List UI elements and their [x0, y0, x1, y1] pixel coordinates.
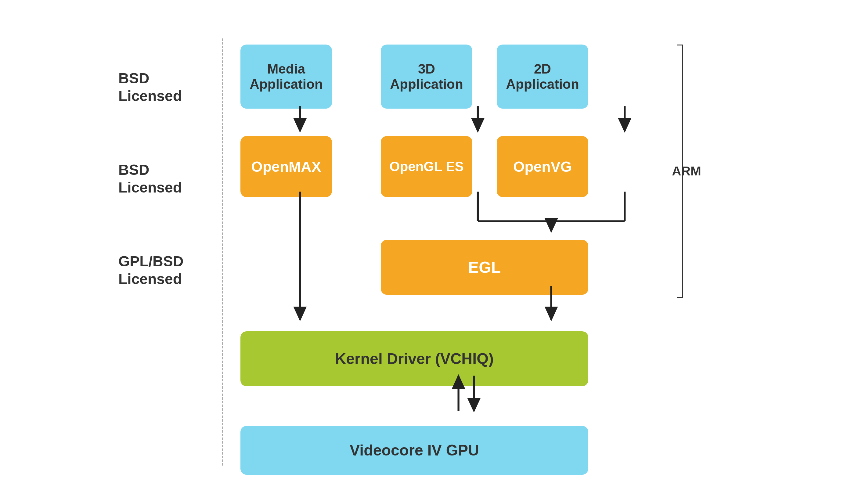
videocore-box: Videocore IV GPU: [240, 426, 588, 475]
arm-bracket: ARM: [677, 44, 701, 298]
egl-box: EGL: [381, 240, 588, 295]
kernel-driver-box: Kernel Driver (VCHIQ): [240, 331, 588, 386]
gpl-bsd-licensed-label: GPL/BSDLicensed: [119, 253, 183, 288]
main-diagram-area: Media Application 3D Application 2D Appl…: [234, 38, 698, 466]
bsd-licensed-label-1: BSD Licensed: [119, 70, 216, 105]
left-labels: BSD Licensed BSD Licensed GPL/BSDLicense…: [119, 38, 216, 466]
diagram-container: BSD Licensed BSD Licensed GPL/BSDLicense…: [57, 23, 790, 481]
2d-application-box: 2D Application: [497, 44, 588, 109]
3d-application-box: 3D Application: [381, 44, 472, 109]
bsd-licensed-label-2: BSD Licensed: [119, 161, 216, 196]
diagram-inner: BSD Licensed BSD Licensed GPL/BSDLicense…: [119, 38, 728, 466]
openvg-box: OpenVG: [497, 136, 588, 197]
openmax-box: OpenMAX: [240, 136, 332, 197]
divider-line: [222, 38, 223, 466]
arm-label: ARM: [672, 164, 701, 179]
opengl-es-box: OpenGL ES: [381, 136, 472, 197]
media-application-box: Media Application: [240, 44, 332, 109]
